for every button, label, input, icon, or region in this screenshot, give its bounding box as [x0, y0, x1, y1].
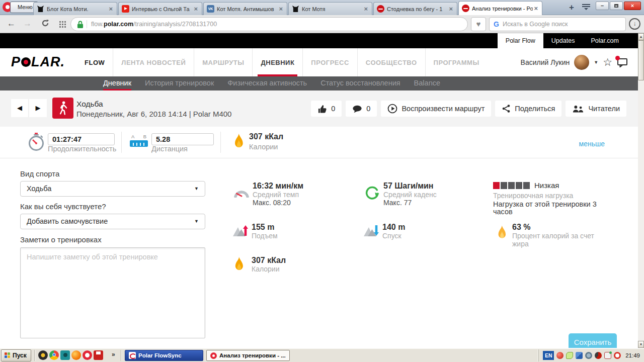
tray-icon-leaf[interactable]	[566, 352, 573, 359]
browser-tab[interactable]: Интервью с Ольгой Та ×	[118, 2, 202, 15]
next-session-button[interactable]: ▶	[29, 99, 47, 117]
chevron-down-icon[interactable]: ▼	[594, 60, 598, 65]
quick-launch-save-icon[interactable]	[94, 350, 103, 360]
url-field[interactable]: flow.polar.com/training/analysis/2708131…	[70, 17, 468, 31]
polar-main-nav: PLAR. FLOW ЛЕНТА НОВОСТЕЙ МАРШРУТЫ ДНЕВН…	[0, 48, 638, 76]
tray-icon-swirl[interactable]	[595, 352, 602, 359]
replay-route-button[interactable]: Воспроизвести маршрут	[381, 101, 491, 117]
tab-close-icon[interactable]: ×	[363, 5, 369, 13]
back-icon[interactable]: ←	[7, 19, 16, 29]
feeling-select-label: Как вы себя чувствуете?	[20, 202, 106, 211]
tab-close-icon[interactable]: ×	[448, 5, 454, 13]
scroll-down-icon[interactable]: ▼	[638, 341, 644, 348]
nav-item-progress[interactable]: ПРОГРЕСС	[302, 48, 357, 76]
start-button[interactable]: Пуск	[1, 349, 31, 361]
browser-tab[interactable]: VK Кот Мотя. Антимышов ×	[203, 2, 287, 15]
language-indicator[interactable]: EN	[543, 351, 554, 360]
fat-percent-stat: 63 % Процент калорий за счет жира	[496, 223, 600, 248]
topbar-tab-polar-com[interactable]: Polar.com	[583, 33, 627, 48]
tray-icon-network[interactable]	[576, 352, 583, 359]
quick-launch-chrome-icon[interactable]	[49, 350, 59, 360]
subnav-item-balance[interactable]: Balance	[414, 76, 440, 90]
browser-tab[interactable]: Кот Мотя ×	[288, 2, 372, 15]
tab-close-icon[interactable]: ×	[193, 5, 199, 13]
share-button[interactable]: Поделиться	[495, 101, 561, 117]
readers-button[interactable]: Читатели	[566, 101, 626, 117]
nav-item-feed[interactable]: ЛЕНТА НОВОСТЕЙ	[113, 48, 194, 76]
notes-textarea[interactable]	[20, 247, 205, 338]
quick-launch-overflow-chevron[interactable]: »	[112, 351, 115, 358]
load-description: Нагрузка от этой тренировки 3 часов	[493, 201, 601, 216]
favorites-star-icon[interactable]: ☆	[603, 56, 612, 68]
calories-label: Калории	[249, 143, 278, 151]
window-restore-button[interactable]	[610, 2, 623, 10]
quick-launch-camera-icon[interactable]	[60, 350, 70, 360]
tab-close-icon[interactable]: ×	[533, 5, 539, 12]
subnav-item-activity[interactable]: Физическая активность	[227, 76, 307, 90]
quick-launch-firefox-icon[interactable]	[71, 350, 81, 360]
download-icon[interactable]: ↓	[629, 18, 640, 30]
new-tab-button[interactable]: +	[566, 2, 578, 13]
browser-tab-active[interactable]: Анализ тренировки - Po ×	[458, 1, 542, 15]
scrollbar-thumb[interactable]	[638, 40, 644, 80]
search-input[interactable]	[503, 21, 621, 28]
duration-input[interactable]	[48, 133, 115, 145]
nav-item-diary[interactable]: ДНЕВНИК	[252, 48, 302, 76]
training-analysis-content: Вид спорта Ходьба ▼ Как вы себя чувствуе…	[0, 158, 638, 348]
topbar-tab-polar-flow[interactable]: Polar Flow	[498, 33, 543, 48]
like-button[interactable]: 0	[311, 101, 342, 117]
taskbar-task-flowsync[interactable]: Polar FlowSync	[125, 350, 203, 361]
window-close-button[interactable]: ×	[624, 2, 641, 10]
polar-top-strip: Polar Flow Updates Polar.com	[0, 33, 644, 48]
browser-tab[interactable]: Стодневка по бегу - 1 ×	[373, 2, 457, 15]
cat-favicon-icon	[37, 5, 44, 13]
nav-item-flow[interactable]: FLOW	[76, 48, 113, 76]
taskbar-task-opera[interactable]: Анализ тренировки - ...	[206, 350, 290, 361]
opera-icon	[210, 352, 217, 359]
previous-session-button[interactable]: ◀	[11, 99, 29, 117]
topbar-tab-updates[interactable]: Updates	[543, 33, 583, 48]
load-label: Тренировочная нагрузка	[493, 192, 601, 200]
quick-launch-opera-icon[interactable]	[83, 350, 92, 360]
page-scrollbar[interactable]: ▲ ▼	[638, 33, 644, 348]
avatar[interactable]	[574, 55, 589, 70]
notifications-icon[interactable]	[617, 57, 628, 67]
ascent-mountain-icon	[233, 224, 249, 237]
tray-icon-webcam[interactable]	[585, 352, 592, 359]
tab-list-icon[interactable]	[581, 4, 592, 11]
sport-select[interactable]: Ходьба ▼	[20, 181, 205, 197]
calories-stat-label: Калории	[252, 265, 286, 273]
comment-button[interactable]: 0	[346, 101, 377, 117]
load-level-text: Низкая	[534, 182, 559, 189]
tray-icon-target[interactable]	[614, 352, 621, 359]
polar-logo[interactable]: PLAR.	[11, 54, 65, 70]
tab-close-icon[interactable]: ×	[278, 5, 284, 13]
tray-icon-red-ball[interactable]	[556, 352, 564, 359]
tray-icon-mail[interactable]	[604, 352, 611, 359]
user-name[interactable]: Василий Лукин	[521, 58, 570, 66]
site-favicon-icon	[462, 5, 469, 12]
distance-label: Дистанция	[151, 145, 188, 153]
search-box[interactable]: G	[489, 17, 626, 31]
subnav-item-recovery[interactable]: Статус восстановления	[320, 76, 400, 90]
browser-tab[interactable]: Блог Кота Моти. ×	[33, 2, 117, 15]
quick-launch-daemon-icon[interactable]	[38, 350, 48, 360]
distance-input[interactable]	[151, 133, 214, 145]
subnav-item-history[interactable]: История тренировок	[145, 76, 214, 90]
subnav-item-diary[interactable]: Дневник	[103, 76, 131, 90]
nav-item-programs[interactable]: ПРОГРАММЫ	[425, 48, 488, 76]
show-less-link[interactable]: меньше	[579, 140, 605, 148]
nav-item-community[interactable]: СООБЩЕСТВО	[357, 48, 425, 76]
reload-icon[interactable]	[41, 19, 49, 27]
scroll-up-icon[interactable]: ▲	[638, 33, 644, 40]
nav-item-routes[interactable]: МАРШРУТЫ	[194, 48, 252, 76]
forward-icon[interactable]: →	[23, 19, 32, 29]
bookmark-heart-icon[interactable]: ♥	[471, 17, 486, 31]
pace-stat: 16:32 мин/км Средний темп Макс. 08:20	[234, 182, 303, 207]
pace-value: 16:32 мин/км	[253, 182, 303, 191]
window-minimize-button[interactable]: –	[596, 2, 609, 10]
feeling-select[interactable]: Добавить самочувствие ▼	[20, 214, 205, 229]
tab-close-icon[interactable]: ×	[108, 5, 114, 13]
speed-dial-icon[interactable]	[59, 21, 61, 23]
activity-datetime: Понедельник, Авг 6, 2018 14:14 | Polar M…	[76, 110, 231, 118]
